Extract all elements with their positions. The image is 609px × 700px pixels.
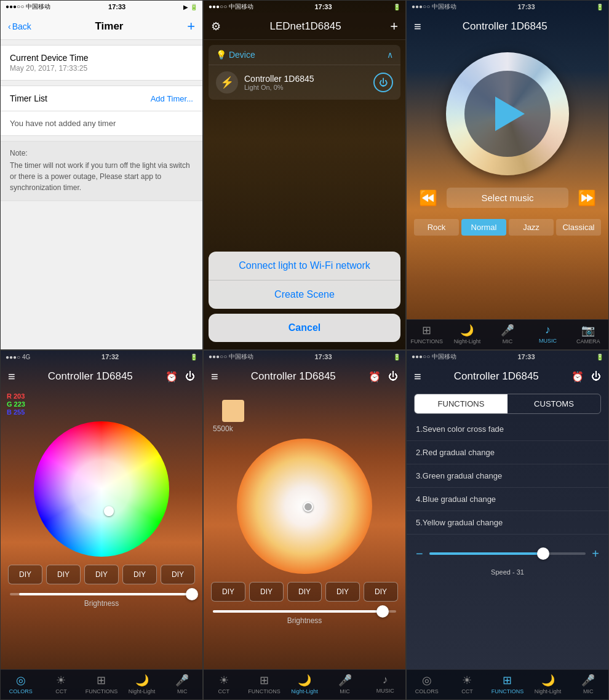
cct-wheel[interactable] — [237, 439, 372, 574]
add-timer-nav-button[interactable]: + — [187, 18, 195, 34]
brightness-thumb-5[interactable] — [376, 605, 389, 618]
gear-icon[interactable]: ⚙ — [211, 20, 221, 33]
tab-nightlight-6[interactable]: 🌙 Night-Light — [528, 670, 568, 699]
diy-btn-5-5[interactable]: DIY — [364, 582, 398, 602]
genre-normal[interactable]: Normal — [461, 219, 506, 236]
diy-btn-5[interactable]: DIY — [161, 565, 195, 584]
diy-btn-5-4[interactable]: DIY — [325, 582, 360, 602]
add-lednet-button[interactable]: + — [390, 18, 398, 34]
speed-thumb[interactable] — [537, 547, 549, 560]
diy-btn-1[interactable]: DIY — [8, 565, 42, 584]
func-item-3[interactable]: 3.Green gradual change — [407, 464, 608, 488]
tab-functions-4[interactable]: ⊞ FUNCTIONS — [81, 670, 122, 699]
back-button[interactable]: ‹ Back — [8, 22, 31, 31]
tab-functions-label: FUNCTIONS — [411, 338, 444, 344]
tab-music[interactable]: ♪ MUSIC — [528, 320, 568, 349]
tab-nightlight[interactable]: 🌙 Night-Light — [447, 320, 488, 349]
status-time-2: 17:33 — [314, 3, 332, 10]
connect-wifi-button[interactable]: Connect light to Wi-Fi network — [209, 252, 400, 280]
music-controls-row: ⏪ Select music ⏩ — [407, 181, 608, 214]
func-item-1[interactable]: 1.Seven color cross fade — [407, 418, 608, 441]
speed-minus-button[interactable]: − — [416, 547, 423, 561]
tab-functions[interactable]: ⊞ FUNCTIONS — [407, 320, 447, 349]
create-scene-button[interactable]: Create Scene — [209, 280, 400, 309]
colors-bottom-tabs: ◎ COLORS ☀ CCT ⊞ FUNCTIONS 🌙 Night-Light… — [1, 669, 202, 699]
genre-rock[interactable]: Rock — [414, 219, 459, 236]
segment-functions[interactable]: FUNCTIONS — [415, 394, 507, 413]
device-time-value: May 20, 2017, 17:33:25 — [10, 64, 193, 73]
next-button[interactable]: ⏩ — [578, 189, 596, 207]
brightness-track-5[interactable] — [213, 610, 396, 613]
cct-wheel-wrap — [204, 436, 405, 577]
tab-mic-6[interactable]: 🎤 MIC — [568, 670, 608, 699]
power-icon-6[interactable]: ⏻ — [591, 371, 601, 383]
tab-cct-6[interactable]: ☀ CCT — [447, 670, 488, 699]
timer-list-section: Timer List Add Timer... — [1, 86, 202, 111]
diy-btn-5-2[interactable]: DIY — [249, 582, 284, 602]
vinyl-ring — [446, 52, 569, 175]
device-collapse-icon[interactable]: ∧ — [387, 50, 393, 60]
phone-cct: ●●●○○ 中国移动 17:33 🔋 Controller 1D6845 ⏰ ⏻… — [203, 350, 406, 700]
tab-camera[interactable]: 📷 CAMERA — [568, 320, 608, 349]
prev-button[interactable]: ⏪ — [419, 189, 437, 207]
tab-nightlight-label-6: Night-Light — [535, 688, 562, 694]
speed-plus-button[interactable]: + — [592, 547, 599, 561]
brightness-row — [1, 589, 202, 599]
diy-btn-4[interactable]: DIY — [122, 565, 157, 584]
status-carrier-6: ●●●○○ 中国移动 — [412, 352, 456, 361]
color-wheel[interactable] — [34, 421, 169, 557]
colors-icon: ◎ — [16, 674, 26, 687]
phone-functions: ●●●○○ 中国移动 17:33 🔋 Controller 1D6845 ⏰ ⏻… — [406, 350, 609, 700]
nav-bar-lednet: ⚙ LEDnet1D6845 + — [204, 13, 405, 40]
segment-customs[interactable]: CUSTOMS — [507, 394, 600, 413]
status-icons-6: 🔋 — [596, 354, 603, 360]
colors-icon-6: ◎ — [422, 674, 432, 687]
select-music-button[interactable]: Select music — [447, 188, 568, 208]
func-item-6[interactable]: 6.Cyan gradual change — [407, 535, 608, 541]
play-button[interactable] — [495, 97, 525, 131]
tab-colors[interactable]: ◎ COLORS — [1, 670, 41, 699]
tab-mic-4[interactable]: 🎤 MIC — [162, 670, 202, 699]
menu-icon[interactable] — [414, 20, 421, 34]
func-item-4[interactable]: 4.Blue gradual change — [407, 488, 608, 511]
tab-nightlight-5[interactable]: 🌙 Night-Light — [284, 670, 325, 699]
tab-colors-6[interactable]: ◎ COLORS — [407, 670, 447, 699]
timer-content: Current Device Time May 20, 2017, 17:33:… — [1, 45, 202, 201]
speed-track[interactable] — [429, 552, 586, 555]
tab-cct-4[interactable]: ☀ CCT — [41, 670, 82, 699]
no-timer-message: You have not added any timer — [1, 111, 202, 136]
add-timer-button[interactable]: Add Timer... — [151, 94, 193, 103]
alarm-icon-4[interactable]: ⏰ — [165, 371, 178, 383]
tab-mic-5[interactable]: 🎤 MIC — [325, 670, 365, 699]
tab-music-5[interactable]: ♪ MUSIC — [365, 670, 405, 699]
func-item-5[interactable]: 5.Yellow gradual change — [407, 511, 608, 535]
cct-temp: 5500k — [204, 422, 405, 436]
brightness-track[interactable] — [10, 593, 193, 595]
tab-cct-5[interactable]: ☀ CCT — [204, 670, 244, 699]
cancel-button[interactable]: Cancel — [209, 314, 400, 342]
tab-functions-5[interactable]: ⊞ FUNCTIONS — [244, 670, 285, 699]
menu-icon-5[interactable] — [211, 370, 218, 384]
genre-classical[interactable]: Classical — [556, 219, 601, 236]
cct-cursor — [303, 502, 313, 512]
diy-btn-5-3[interactable]: DIY — [287, 582, 322, 602]
brightness-thumb[interactable] — [186, 588, 198, 600]
power-icon-4[interactable]: ⏻ — [185, 371, 195, 383]
menu-icon-4[interactable] — [8, 370, 15, 384]
diy-btn-2[interactable]: DIY — [46, 565, 81, 584]
alarm-icon-6[interactable]: ⏰ — [571, 371, 584, 383]
power-icon-5[interactable]: ⏻ — [388, 371, 398, 383]
diy-btn-3[interactable]: DIY — [84, 565, 119, 584]
menu-icon-6[interactable] — [414, 370, 421, 384]
power-button[interactable]: ⏻ — [373, 73, 393, 92]
status-bar-1: ●●●○○ 中国移动 17:33 ▶ 🔋 — [1, 1, 202, 13]
tab-functions-label-6: FUNCTIONS — [492, 688, 524, 694]
alarm-icon-5[interactable]: ⏰ — [368, 371, 381, 383]
func-item-2[interactable]: 2.Red gradual change — [407, 441, 608, 464]
tab-nightlight-4[interactable]: 🌙 Night-Light — [122, 670, 162, 699]
tab-mic[interactable]: 🎤 MIC — [487, 320, 528, 349]
genre-jazz[interactable]: Jazz — [509, 219, 554, 236]
diy-btn-5-1[interactable]: DIY — [211, 582, 245, 602]
tab-functions-6[interactable]: ⊞ FUNCTIONS — [487, 670, 528, 699]
device-time-section: Current Device Time May 20, 2017, 17:33:… — [1, 45, 202, 81]
